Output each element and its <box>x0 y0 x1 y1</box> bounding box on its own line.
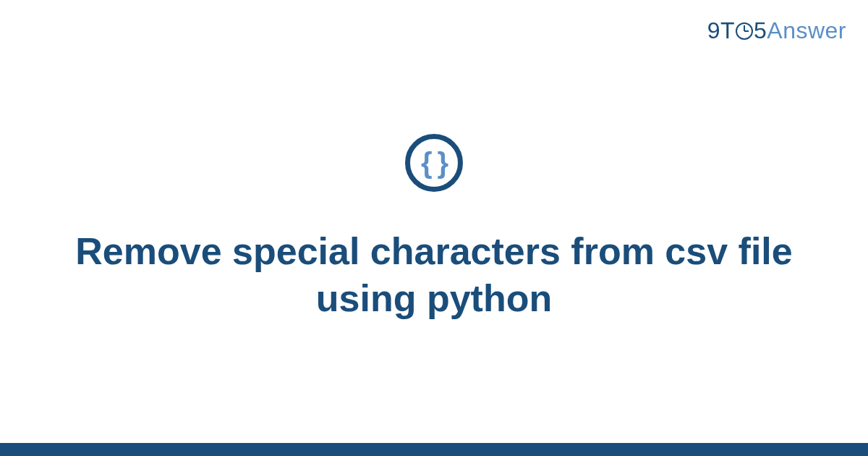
braces-icon: { } <box>421 147 447 180</box>
category-icon: { } <box>405 134 463 192</box>
main-content: { } Remove special characters from csv f… <box>0 0 868 456</box>
page-title: Remove special characters from csv file … <box>72 228 796 322</box>
footer-bar <box>0 443 868 456</box>
